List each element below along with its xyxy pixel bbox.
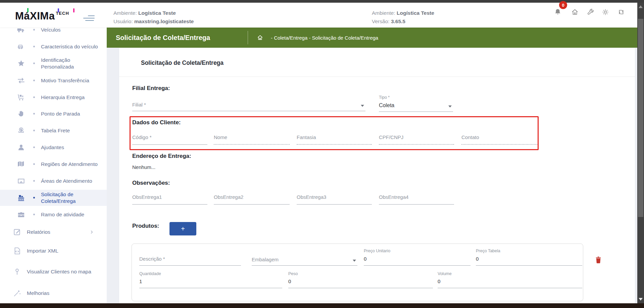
section-filial-entrega: Filial Entrega: [132, 85, 170, 92]
volume-label: Volume [438, 271, 452, 276]
product-row-card: Embalagem Preço Unitario Preço Tabela Qu… [132, 244, 583, 301]
area-frame-icon [17, 177, 26, 185]
cpf-cnpj-input [379, 133, 454, 145]
bullet-dot [33, 113, 35, 115]
volume-input[interactable] [438, 277, 582, 288]
preco-unitario-input[interactable] [364, 255, 470, 266]
bullet-dot [33, 62, 35, 64]
sidebar-item-motivo-transferencia[interactable]: Motivo Transferência [0, 73, 107, 89]
embalagem-placeholder: Embalagem [252, 257, 279, 262]
add-product-button[interactable]: + [169, 222, 196, 235]
sidebar-item-caracteristica-veiculo[interactable]: Caracteristica do veículo [0, 39, 107, 55]
logo-text: MáXIMa [15, 10, 55, 22]
quantidade-input[interactable] [139, 277, 282, 288]
sidebar-item-label: Regiões de Atendimento [41, 161, 100, 168]
sidebar-item-hierarquia-entrega[interactable]: Hierarquia Entrega [0, 89, 107, 105]
tipo-value: Coleta [379, 102, 394, 108]
app-window: MáXIMaTECH Ambiente: Logística Teste Usu… [0, 0, 644, 308]
endereco-value: Nenhum... [132, 164, 155, 170]
peso-input[interactable] [288, 277, 433, 288]
codigo-input[interactable] [132, 133, 207, 145]
vertical-scrollbar[interactable] [637, 3, 644, 303]
sidebar-item-tabela-frete[interactable]: Tabela Frete [0, 123, 107, 139]
logo-green-tick [27, 8, 29, 12]
obs-entrega2-input[interactable] [214, 192, 290, 205]
obs-entrega3-input[interactable] [297, 192, 372, 205]
sidebar-item-identificacao-personalizada[interactable]: Identificação Personalizada [0, 55, 107, 72]
sidebar-item-veiculos[interactable]: Veículos [0, 28, 107, 38]
xml-file-icon [13, 247, 21, 255]
delete-product-trash-icon[interactable] [595, 256, 602, 264]
notification-count-badge: 0 [559, 1, 567, 9]
sidebar-item-importar-xml[interactable]: Importar XML [0, 243, 107, 259]
truck-icon [17, 28, 26, 34]
sidebar-item-label: Caracteristica do veículo [41, 43, 100, 50]
quantidade-label: Quantidade [139, 271, 161, 276]
descricao-input[interactable] [139, 255, 241, 266]
sidebar-item-label: Ponto de Parada [41, 111, 100, 117]
preco-tabela-label: Preço Tabela [476, 249, 500, 253]
preco-tabela-input[interactable] [476, 255, 582, 266]
breadcrumb-home-icon[interactable] [257, 34, 263, 41]
briefcase-icon [17, 210, 26, 219]
chevron-down-icon [361, 105, 364, 107]
main-content: Solicitação de Coleta/Entrega - Coleta/E… [107, 28, 637, 303]
sidebar-item-solicitacao-coleta-entrega[interactable]: Solicitação de Coleta/Entrega [0, 190, 107, 206]
section-observacoes: Observações: [132, 180, 170, 186]
plus-icon: + [181, 225, 185, 233]
settings-gear-icon[interactable] [601, 8, 609, 16]
sidebar-item-ramo-atividade[interactable]: Ramo de atividade [0, 207, 107, 223]
currency-shekel-icon[interactable] [617, 8, 625, 16]
obs-entrega4-input[interactable] [379, 192, 454, 205]
bullet-dot [33, 197, 35, 199]
sidebar-item-ponto-de-parada[interactable]: Ponto de Parada [0, 106, 107, 122]
transfer-arrows-icon [17, 76, 26, 85]
fantasia-input [297, 133, 372, 145]
sidebar-item-label: Importar XML [27, 248, 106, 254]
preco-unitario-label: Preço Unitario [364, 249, 390, 253]
sidebar-item-label: Tabela Frete [41, 127, 100, 134]
page-title: Solicitação de Coleta/Entrega [116, 34, 210, 42]
person-icon [17, 143, 26, 152]
bullet-dot [33, 146, 35, 148]
logo-pink-tick [73, 8, 75, 12]
home-icon[interactable] [571, 8, 579, 16]
embalagem-select[interactable]: Embalagem [252, 255, 357, 266]
page-title-bar: Solicitação de Coleta/Entrega - Coleta/E… [107, 28, 637, 48]
sidebar-item-ajudantes[interactable]: Ajudantes [0, 139, 107, 156]
sidebar-item-label: Ajudantes [41, 144, 100, 151]
bullet-dot [33, 80, 35, 81]
pallet-icon [17, 193, 26, 202]
scrollbar-thumb[interactable] [638, 19, 643, 217]
map-pin-icon [13, 267, 21, 276]
filial-select[interactable]: Filial * [132, 98, 365, 111]
sidebar-item-regioes-atendimento[interactable]: Regiões de Atendimento [0, 156, 107, 172]
bullet-dot [33, 163, 35, 165]
sidebar-nav: Veículos Caracteristica do veículo Ident… [0, 28, 107, 303]
window-top-strip [0, 0, 644, 3]
report-edit-icon [13, 228, 21, 236]
sidebar-item-label: Identificação Personalizada [41, 57, 100, 70]
app-header: MáXIMaTECH Ambiente: Logística Teste Usu… [0, 3, 637, 28]
scroll-down-arrow-icon[interactable] [639, 298, 643, 301]
sidebar-item-melhorias[interactable]: Melhorias [0, 285, 107, 301]
sidebar-item-label: Hierarquia Entrega [41, 94, 100, 101]
scroll-up-arrow-icon[interactable] [639, 5, 643, 8]
obs-entrega1-input[interactable] [132, 192, 207, 205]
sidebar-item-label: Melhorias [27, 290, 106, 297]
logo-indigo-tick [58, 8, 59, 12]
brand-logo: MáXIMaTECH [15, 10, 69, 24]
tipo-select[interactable]: Tipo * Coleta [379, 95, 453, 112]
section-dados-cliente: Dados do Cliente: [132, 119, 181, 126]
nome-input [214, 133, 290, 145]
sidebar-item-label: Motivo Transferência [41, 77, 100, 84]
menu-toggle-icon[interactable] [83, 15, 95, 21]
bullet-dot [33, 130, 35, 131]
sidebar-item-areas-atendimento[interactable]: Áreas de Atendimento [0, 173, 107, 189]
notifications-bell-icon[interactable] [554, 8, 562, 16]
sidebar-item-visualizar-clientes-mapa[interactable]: Visualizar Clientes no mapa [0, 264, 107, 280]
magic-wand-icon [13, 289, 21, 298]
wrench-icon[interactable] [586, 8, 594, 16]
sidebar-item-relatorios[interactable]: Relatórios [0, 224, 107, 240]
map-icon [17, 160, 26, 169]
